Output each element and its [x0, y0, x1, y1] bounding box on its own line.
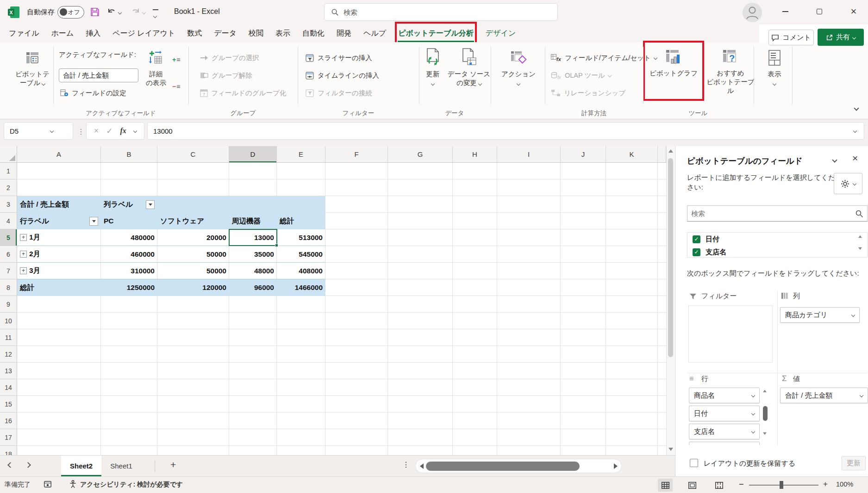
- autosave-toggle[interactable]: オフ: [57, 6, 84, 18]
- change-data-source-button[interactable]: データ ソースの変更: [444, 46, 493, 87]
- zoom-level[interactable]: 100%: [836, 481, 853, 488]
- pane-options-chevron-icon[interactable]: [832, 157, 837, 162]
- rows-scroll-up-icon[interactable]: [763, 390, 767, 393]
- avatar[interactable]: [743, 3, 762, 24]
- pivot-total-value[interactable]: 120000: [157, 279, 229, 296]
- vertical-scrollbar-thumb[interactable]: [668, 158, 673, 357]
- row-header-14[interactable]: 14: [0, 379, 17, 396]
- minimize-button[interactable]: [774, 0, 796, 23]
- pivot-value-cell[interactable]: 480000: [101, 229, 157, 246]
- defer-layout-checkbox[interactable]: [690, 459, 698, 467]
- field-list-scroll-up-icon[interactable]: [858, 235, 862, 238]
- prev-sheet-icon[interactable]: [7, 462, 13, 468]
- expand-field-button[interactable]: +≡: [172, 56, 181, 63]
- formula-input[interactable]: [147, 122, 864, 140]
- expand-button[interactable]: +: [20, 267, 27, 274]
- redo-button[interactable]: [131, 7, 141, 19]
- rows-area-item-商品名[interactable]: 商品名: [689, 388, 760, 403]
- expand-button[interactable]: +: [20, 234, 27, 241]
- column-header-H[interactable]: H: [453, 146, 497, 163]
- row-header-15[interactable]: 15: [0, 396, 17, 413]
- scroll-down-icon[interactable]: [668, 448, 673, 451]
- pivot-values-title-cell[interactable]: 合計 / 売上金額: [17, 196, 101, 213]
- insert-function-icon[interactable]: fx: [120, 127, 126, 135]
- filters-drop-area[interactable]: [688, 305, 773, 363]
- row-header-5[interactable]: 5: [0, 229, 17, 246]
- ribbon-tab-自動化[interactable]: 自動化: [302, 25, 325, 42]
- field-settings-button[interactable]: フィールドの設定: [60, 87, 126, 99]
- search-input[interactable]: [343, 8, 529, 16]
- ribbon-tab-表示[interactable]: 表示: [275, 25, 291, 42]
- name-box[interactable]: [4, 122, 73, 140]
- drill-down-button[interactable]: 詳細の表示: [139, 46, 173, 87]
- horizontal-scrollbar[interactable]: [415, 459, 622, 473]
- drag-handle-icon[interactable]: ⋮: [77, 127, 85, 136]
- ribbon-tab-ヘルプ[interactable]: ヘルプ: [363, 25, 387, 42]
- pivot-total-label[interactable]: 総計: [17, 279, 101, 296]
- chevron-down-icon[interactable]: [853, 129, 857, 133]
- pivot-value-cell[interactable]: 545000: [277, 246, 325, 263]
- rows-drop-area[interactable]: 商品名日付支店名: [689, 388, 760, 445]
- vertical-scrollbar[interactable]: [666, 146, 674, 455]
- ribbon-tab-デザイン[interactable]: デザイン: [485, 25, 517, 42]
- column-header-C[interactable]: C: [157, 146, 229, 163]
- row-header-9[interactable]: 9: [0, 296, 17, 313]
- values-drop-area[interactable]: 合計 / 売上金額: [780, 388, 868, 406]
- accessibility-status[interactable]: アクセシビリティ: 検討が必要です: [80, 481, 183, 489]
- row-header-4[interactable]: 4: [0, 213, 17, 229]
- row-header-2[interactable]: 2: [0, 179, 17, 196]
- field-list-scroll-down-icon[interactable]: [858, 247, 862, 250]
- pivot-value-cell[interactable]: 408000: [277, 263, 325, 279]
- pivot-value-cell[interactable]: 35000: [229, 246, 277, 263]
- ribbon-tab-挿入[interactable]: 挿入: [85, 25, 101, 42]
- pane-close-icon[interactable]: ×: [852, 153, 858, 164]
- worksheet[interactable]: ABCDEFGHIJK 123456789101112131415161718 …: [0, 146, 666, 455]
- column-header-K[interactable]: K: [606, 146, 658, 163]
- scrollbar-options-icon[interactable]: ⋮: [402, 460, 410, 469]
- tools-button[interactable]: [834, 173, 862, 194]
- ribbon-tab-数式[interactable]: 数式: [187, 25, 202, 42]
- pivot-row-labels-cell[interactable]: 行ラベル: [17, 213, 101, 229]
- ribbon-tab-ファイル[interactable]: ファイル: [8, 25, 40, 42]
- ribbon-tab-ピボットテーブル分析[interactable]: ピボットテーブル分析: [398, 25, 474, 42]
- refresh-button[interactable]: 更新: [420, 46, 445, 87]
- pivotchart-button[interactable]: ピボットグラフ: [647, 45, 700, 97]
- pivot-row-label[interactable]: +2月: [17, 246, 101, 263]
- recommended-pivottables-button[interactable]: ? おすすめピボットテーブル: [705, 45, 756, 95]
- scroll-left-icon[interactable]: [420, 463, 424, 469]
- field-list-item-支店名[interactable]: ✓支店名: [687, 246, 867, 258]
- row-labels-filter-button[interactable]: [89, 217, 98, 226]
- row-header-13[interactable]: 13: [0, 363, 17, 379]
- pivot-value-cell[interactable]: 20000: [157, 229, 229, 246]
- undo-button[interactable]: [106, 7, 117, 19]
- row-header-16[interactable]: 16: [0, 413, 17, 429]
- row-header-3[interactable]: 3: [0, 196, 17, 213]
- ribbon-tab-校閲[interactable]: 校閲: [248, 25, 264, 42]
- pivot-column-header[interactable]: ソフトウェア: [157, 213, 229, 229]
- column-header-G[interactable]: G: [388, 146, 453, 163]
- fill-handle[interactable]: [275, 244, 278, 247]
- ribbon-tab-ページ レイアウト[interactable]: ページ レイアウト: [112, 25, 175, 42]
- columns-area-item-商品カテゴリ[interactable]: 商品カテゴリ: [780, 307, 860, 323]
- pivot-value-cell[interactable]: 513000: [277, 229, 325, 246]
- pivot-column-header[interactable]: PC: [101, 213, 157, 229]
- column-header-E[interactable]: E: [277, 146, 325, 163]
- rows-scroll-down-icon[interactable]: [763, 432, 767, 435]
- horizontal-scrollbar-thumb[interactable]: [426, 462, 580, 471]
- page-layout-view-button[interactable]: [685, 479, 699, 492]
- row-header-11[interactable]: 11: [0, 329, 17, 346]
- ribbon-tab-開発[interactable]: 開発: [336, 25, 352, 42]
- scroll-right-icon[interactable]: [614, 463, 618, 469]
- row-header-1[interactable]: 1: [0, 163, 17, 179]
- scroll-up-icon[interactable]: [668, 149, 673, 153]
- pivot-value-cell[interactable]: 50000: [157, 263, 229, 279]
- sheet-tab-Sheet1[interactable]: Sheet1: [101, 456, 141, 476]
- next-sheet-icon[interactable]: [25, 462, 31, 468]
- maximize-button[interactable]: [809, 0, 830, 23]
- comments-button[interactable]: コメント: [768, 30, 814, 45]
- pivot-column-header[interactable]: 周辺機器: [229, 213, 277, 229]
- search-box[interactable]: [324, 3, 558, 21]
- expand-button[interactable]: +: [20, 251, 27, 258]
- field-search-input[interactable]: [691, 210, 855, 217]
- row-header-12[interactable]: 12: [0, 346, 17, 363]
